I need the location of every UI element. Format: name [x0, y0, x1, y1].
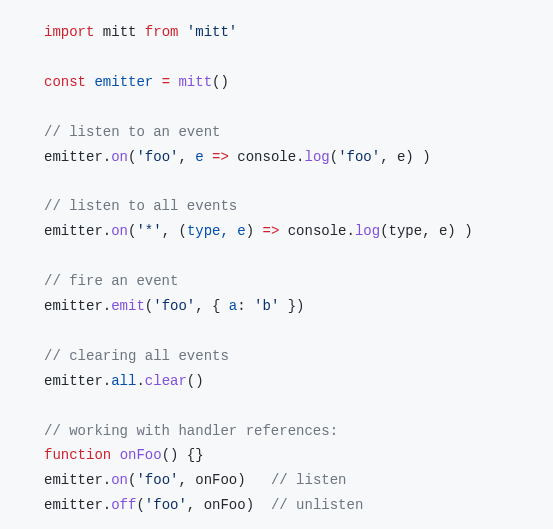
code-line: emitter.off('foo', onFoo) // unlisten	[44, 493, 509, 518]
method: on	[111, 223, 128, 239]
code-line: // listen to an event	[44, 120, 509, 145]
string: 'foo'	[145, 497, 187, 513]
text: })	[279, 298, 304, 314]
method: on	[111, 472, 128, 488]
arrow: =>	[212, 149, 229, 165]
text: , onFoo)	[178, 472, 270, 488]
text: :	[237, 298, 254, 314]
text: ()	[187, 373, 204, 389]
blank-line	[44, 319, 509, 344]
code-line: // fire an event	[44, 269, 509, 294]
parens: ()	[212, 74, 229, 90]
text: (	[330, 149, 338, 165]
text: emitter.	[44, 472, 111, 488]
string: 'foo'	[153, 298, 195, 314]
method: on	[111, 149, 128, 165]
code-line: emitter.on('*', (type, e) => console.log…	[44, 219, 509, 244]
text: )	[246, 223, 263, 239]
text: emitter.	[44, 149, 111, 165]
text: , {	[195, 298, 229, 314]
text: , onFoo)	[187, 497, 271, 513]
text: (	[145, 298, 153, 314]
blank-line	[44, 394, 509, 419]
comment: // listen	[271, 472, 347, 488]
method: off	[111, 497, 136, 513]
string: '*'	[136, 223, 161, 239]
text: emitter.	[44, 373, 111, 389]
identifier: emitter	[94, 74, 153, 90]
keyword: import	[44, 24, 94, 40]
comment: // listen to all events	[44, 198, 237, 214]
code-block: import mitt from 'mitt' const emitter = …	[0, 0, 553, 529]
param: e	[195, 149, 203, 165]
code-line: // listen to all events	[44, 194, 509, 219]
operator: =	[162, 74, 170, 90]
space	[204, 149, 212, 165]
params: type, e	[187, 223, 246, 239]
string: 'mitt'	[187, 24, 237, 40]
arrow: =>	[263, 223, 280, 239]
text: emitter.	[44, 497, 111, 513]
property: all	[111, 373, 136, 389]
space	[178, 24, 186, 40]
identifier: mitt	[94, 24, 144, 40]
text: , (	[162, 223, 187, 239]
blank-line	[44, 45, 509, 70]
code-line: // clearing all events	[44, 344, 509, 369]
text: .	[136, 373, 144, 389]
text: emitter.	[44, 223, 111, 239]
string: 'b'	[254, 298, 279, 314]
string: 'foo'	[338, 149, 380, 165]
comment: // fire an event	[44, 273, 178, 289]
space	[111, 447, 119, 463]
code-line: emitter.on('foo', onFoo) // listen	[44, 468, 509, 493]
function-name: onFoo	[120, 447, 162, 463]
code-line: emitter.on('foo', e => console.log('foo'…	[44, 145, 509, 170]
blank-line	[44, 95, 509, 120]
method: clear	[145, 373, 187, 389]
function-call: mitt	[178, 74, 212, 90]
blank-line	[44, 169, 509, 194]
text: console.	[229, 149, 305, 165]
comment: // listen to an event	[44, 124, 220, 140]
code-line: const emitter = mitt()	[44, 70, 509, 95]
keyword: function	[44, 447, 111, 463]
text: () {}	[162, 447, 204, 463]
text: , e) )	[380, 149, 430, 165]
code-line: import mitt from 'mitt'	[44, 20, 509, 45]
keyword: const	[44, 74, 86, 90]
code-line: function onFoo() {}	[44, 443, 509, 468]
method: log	[355, 223, 380, 239]
code-line: emitter.all.clear()	[44, 369, 509, 394]
text: ,	[178, 149, 195, 165]
text: emitter.	[44, 298, 111, 314]
string: 'foo'	[136, 472, 178, 488]
property: a	[229, 298, 237, 314]
comment: // working with handler references:	[44, 423, 338, 439]
text: console.	[279, 223, 355, 239]
keyword: from	[145, 24, 179, 40]
code-line: emitter.emit('foo', { a: 'b' })	[44, 294, 509, 319]
string: 'foo'	[136, 149, 178, 165]
method: emit	[111, 298, 145, 314]
method: log	[305, 149, 330, 165]
text: (type, e) )	[380, 223, 472, 239]
code-line: // working with handler references:	[44, 419, 509, 444]
comment: // clearing all events	[44, 348, 229, 364]
space	[153, 74, 161, 90]
text: (	[136, 497, 144, 513]
comment: // unlisten	[271, 497, 363, 513]
blank-line	[44, 244, 509, 269]
